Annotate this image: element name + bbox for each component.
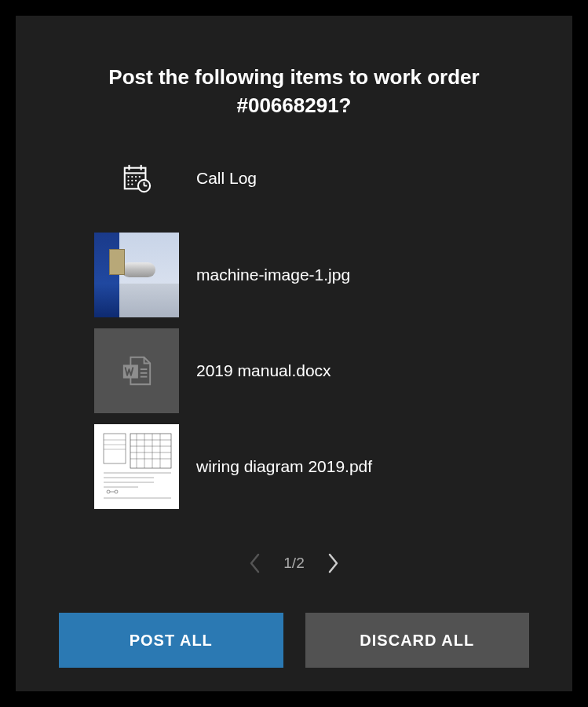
call-log-icon <box>94 163 179 193</box>
dialog-actions: POST ALL DISCARD ALL <box>59 613 529 668</box>
svg-point-7 <box>139 176 141 178</box>
svg-point-5 <box>131 176 133 178</box>
pdf-thumbnail <box>94 424 179 509</box>
svg-point-9 <box>131 179 133 181</box>
chevron-right-icon <box>327 553 339 573</box>
next-page-button[interactable] <box>327 553 339 573</box>
svg-point-10 <box>135 179 137 181</box>
docx-thumbnail <box>94 328 179 413</box>
list-item[interactable]: wiring diagram 2019.pdf <box>94 424 513 509</box>
previous-page-button[interactable] <box>249 553 261 573</box>
pagination: 1/2 <box>59 553 529 573</box>
svg-point-11 <box>127 183 129 185</box>
post-items-dialog: Post the following items to work order #… <box>16 16 572 691</box>
svg-point-4 <box>127 176 129 178</box>
post-all-button[interactable]: POST ALL <box>59 613 283 668</box>
svg-point-6 <box>135 176 137 178</box>
item-label: machine-image-1.jpg <box>196 266 350 284</box>
svg-rect-16 <box>123 364 138 378</box>
image-thumbnail <box>94 233 179 317</box>
item-label: Call Log <box>196 169 257 188</box>
chevron-left-icon <box>249 553 261 573</box>
item-label: wiring diagram 2019.pdf <box>196 457 372 476</box>
dialog-title: Post the following items to work order #… <box>59 63 529 120</box>
svg-point-12 <box>131 183 133 185</box>
discard-all-button[interactable]: DISCARD ALL <box>305 613 530 668</box>
item-label: 2019 manual.docx <box>196 361 331 380</box>
list-item[interactable]: 2019 manual.docx <box>94 328 513 413</box>
page-indicator: 1/2 <box>283 555 304 572</box>
items-list: Call Log machine-image-1.jpg <box>59 163 529 529</box>
list-item[interactable]: Call Log <box>94 163 513 193</box>
list-item[interactable]: machine-image-1.jpg <box>94 233 513 317</box>
svg-point-8 <box>127 179 129 181</box>
word-doc-icon <box>120 354 153 387</box>
